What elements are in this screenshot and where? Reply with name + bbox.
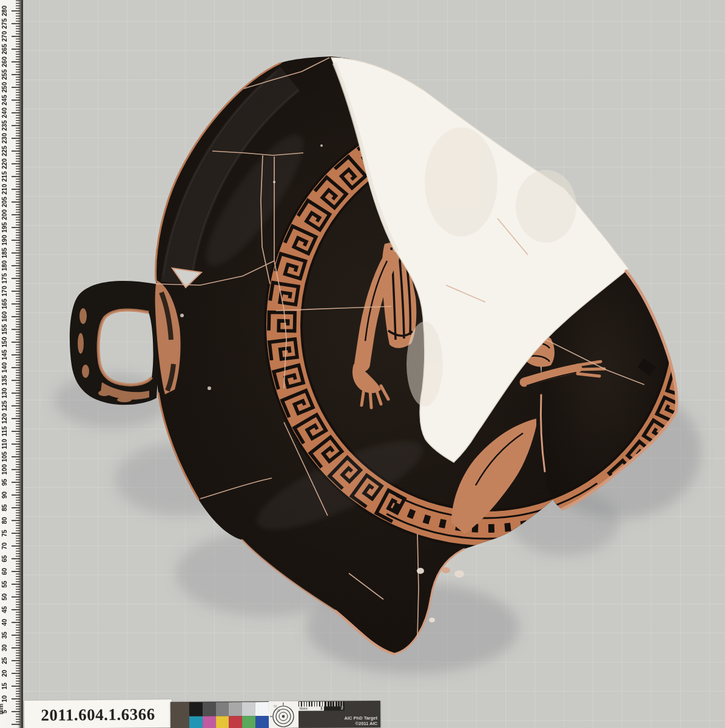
grayscale-patch xyxy=(229,702,242,716)
ruler-number: 40 xyxy=(1,619,8,626)
ruler-number: 260 xyxy=(1,56,8,67)
ruler-unit-label: mm xyxy=(0,704,4,715)
ruler-number: 215 xyxy=(1,171,8,182)
ruler-number: 220 xyxy=(1,158,8,169)
ruler-number: 135 xyxy=(1,375,8,386)
ruler-number: 255 xyxy=(1,69,8,80)
ruler-number: 95 xyxy=(1,479,8,486)
ruler-number: 200 xyxy=(1,209,8,220)
grayscale-patch xyxy=(203,703,216,716)
ruler-number: 275 xyxy=(1,18,8,29)
ruler-number: 245 xyxy=(1,95,8,106)
ruler-number: 180 xyxy=(1,260,8,271)
ruler-number: 10 xyxy=(1,695,8,703)
ruler-number: 195 xyxy=(1,222,8,233)
ruler-number: 130 xyxy=(1,388,8,399)
ruler-number: 55 xyxy=(1,581,8,588)
ruler-number: 140 xyxy=(1,362,8,373)
metric-label: Metric xyxy=(300,707,308,710)
ruler-number: 110 xyxy=(1,439,8,449)
ruler-number: 75 xyxy=(1,530,8,537)
ruler-number: 85 xyxy=(1,504,8,511)
ruler-number: 235 xyxy=(1,120,8,131)
color-calibration-target: 50 25 Metric 1 2 AIC PhD Target ©2011 AI… xyxy=(170,701,380,728)
ruler-number: 70 xyxy=(1,542,8,550)
grayscale-patch xyxy=(215,702,229,716)
ruler-number: 90 xyxy=(1,491,8,499)
bullseye-registration-target: 50 25 xyxy=(269,701,298,728)
mm-ruler: 2802752702652602552502452402352302252202… xyxy=(0,0,23,728)
ruler-number: 210 xyxy=(1,184,8,195)
ruler-number: 160 xyxy=(1,311,8,322)
ruler-scale: 2802752702652602552502452402352302252202… xyxy=(0,0,23,728)
ruler-number: 45 xyxy=(1,606,8,613)
accession-label-card: 2011.604.1.6366 xyxy=(24,699,172,728)
ruler-number: 250 xyxy=(1,82,8,93)
photo-stage: 2802752702652602552502452402352302252202… xyxy=(0,0,725,728)
ruler-number: 240 xyxy=(1,107,8,118)
ruler-number: 175 xyxy=(1,273,8,284)
target-left-patch xyxy=(170,702,189,728)
artifact-scene xyxy=(0,0,725,728)
target-credit-line1: AIC PhD Target xyxy=(345,715,378,721)
ruler-number: 35 xyxy=(1,632,8,639)
ruler-number: 270 xyxy=(1,31,8,42)
color-patch xyxy=(216,716,229,728)
ruler-number: 80 xyxy=(1,517,8,524)
ruler-number: 20 xyxy=(1,670,8,677)
grayscale-patch xyxy=(255,702,269,716)
ruler-number: 205 xyxy=(1,197,8,207)
ruler-number: 190 xyxy=(1,235,8,246)
ruler-number: 225 xyxy=(1,146,8,157)
ruler-number: 25 xyxy=(1,657,8,664)
accession-number: 2011.604.1.6366 xyxy=(24,705,172,725)
ruler-number: 145 xyxy=(1,349,8,360)
ruler-number: 170 xyxy=(1,286,8,297)
ruler-number: 155 xyxy=(1,324,8,335)
grayscale-patch xyxy=(189,703,203,716)
color-patch xyxy=(203,716,216,728)
ruler-number: 60 xyxy=(1,568,8,575)
metric-ruler-white-half: Metric 1 xyxy=(298,702,324,711)
ruler-number: 105 xyxy=(1,451,8,462)
ruler-number: 115 xyxy=(1,426,8,436)
color-patch xyxy=(189,716,203,728)
ruler-number: 65 xyxy=(1,555,8,562)
ruler-number: 280 xyxy=(1,5,8,16)
ruler-number: 265 xyxy=(1,44,8,55)
ruler-number: 50 xyxy=(1,593,8,601)
metric-number-2: 2 xyxy=(341,706,343,710)
ruler-number: 185 xyxy=(1,248,8,258)
metric-ruler-dark-half: 2 xyxy=(324,701,345,710)
metric-mini-ruler: Metric 1 2 xyxy=(298,701,345,710)
ruler-number: 150 xyxy=(1,337,8,348)
target-credit-line2: ©2011 AIC xyxy=(345,721,378,726)
ruler-number: 30 xyxy=(1,644,8,652)
ruler-number: 120 xyxy=(1,413,8,424)
metric-number-1: 1 xyxy=(320,706,323,710)
color-patch xyxy=(242,716,255,728)
bullseye-label-25: 25 xyxy=(277,709,280,712)
ruler-number: 15 xyxy=(1,682,8,690)
target-credit-text: AIC PhD Target ©2011 AIC xyxy=(345,715,378,726)
ruler-number: 125 xyxy=(1,400,8,411)
ruler-number: 100 xyxy=(1,464,8,475)
ruler-number: 165 xyxy=(1,298,8,309)
bullseye-label-50: 50 xyxy=(274,704,277,708)
ruler-number: 230 xyxy=(1,133,8,144)
grayscale-patch xyxy=(242,702,255,716)
color-patch xyxy=(255,716,269,728)
color-patch xyxy=(229,716,242,728)
